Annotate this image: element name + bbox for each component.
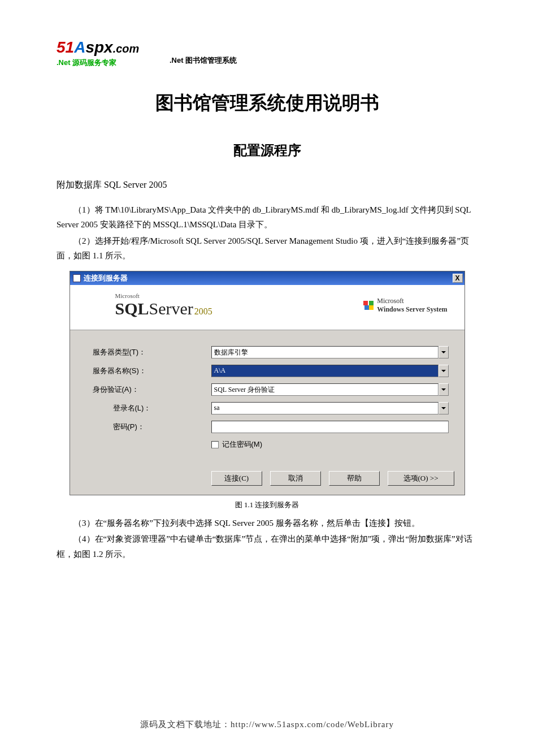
server-name-combo[interactable]: A\A bbox=[211, 365, 439, 377]
windows-server-system-logo: MicrosoftWindows Server System bbox=[363, 297, 447, 314]
server-name-label: 服务器名称(S)： bbox=[93, 366, 211, 376]
dialog-button-row: 连接(C) 取消 帮助 选项(O) >> bbox=[70, 471, 464, 495]
logo-text: 51Aspx.com bbox=[57, 40, 164, 55]
login-label: 登录名(L)： bbox=[93, 403, 211, 413]
server-name-dropdown-button[interactable] bbox=[439, 365, 449, 377]
auth-dropdown-button[interactable] bbox=[439, 383, 449, 396]
connect-dialog: 连接到服务器 X Microsoft SQLServer2005 Microso… bbox=[70, 271, 465, 495]
dialog-titlebar: 连接到服务器 X bbox=[70, 271, 464, 285]
doc-series-label: .Net 图书馆管理系统 bbox=[170, 55, 237, 68]
remember-password-label: 记住密码(M) bbox=[222, 439, 263, 450]
figure-caption: 图 1.1 连接到服务器 bbox=[57, 500, 477, 510]
auth-label: 身份验证(A)： bbox=[93, 385, 211, 395]
step-2-text: （2）选择开始/程序/Microsoft SQL Server 2005/SQL… bbox=[57, 234, 477, 263]
remember-password-checkbox[interactable] bbox=[211, 441, 219, 448]
help-button[interactable]: 帮助 bbox=[329, 471, 380, 486]
year-label: 2005 bbox=[194, 306, 212, 316]
cancel-button[interactable]: 取消 bbox=[270, 471, 321, 486]
server-word: Server bbox=[149, 299, 193, 318]
step-1-text: （1）将 TM\10\LibraryMS\App_Data 文件夹中的 db_L… bbox=[57, 202, 477, 232]
section-title: 配置源程序 bbox=[57, 141, 477, 159]
login-combo[interactable]: sa bbox=[211, 402, 439, 414]
site-logo: 51Aspx.com .Net 源码服务专家 bbox=[57, 40, 164, 68]
step-3-text: （3）在“服务器名称”下拉列表中选择 SQL Server 2005 服务器名称… bbox=[57, 516, 477, 530]
server-type-label: 服务器类型(T)： bbox=[93, 347, 211, 357]
connect-button[interactable]: 连接(C) bbox=[211, 471, 262, 486]
dialog-title: 连接到服务器 bbox=[84, 273, 128, 283]
auth-combo[interactable]: SQL Server 身份验证 bbox=[211, 383, 439, 396]
dialog-banner: Microsoft SQLServer2005 MicrosoftWindows… bbox=[70, 285, 464, 330]
windows-flag-icon bbox=[363, 301, 374, 310]
logo-subtitle: .Net 源码服务专家 bbox=[57, 58, 164, 68]
subsection-heading: 附加数据库 SQL Server 2005 bbox=[57, 179, 477, 191]
login-dropdown-button[interactable] bbox=[439, 402, 449, 414]
server-type-combo[interactable]: 数据库引擎 bbox=[211, 346, 439, 358]
sql-word: SQL bbox=[115, 299, 149, 318]
microsoft-label: Microsoft bbox=[115, 292, 212, 299]
password-label: 密码(P)： bbox=[93, 422, 211, 432]
password-input[interactable] bbox=[211, 421, 449, 433]
sql-server-logo: Microsoft SQLServer2005 bbox=[115, 292, 212, 318]
options-button[interactable]: 选项(O) >> bbox=[388, 471, 454, 486]
server-type-dropdown-button[interactable] bbox=[439, 346, 449, 358]
dialog-form: 服务器类型(T)： 数据库引擎 服务器名称(S)： A\A 身份验证(A)： bbox=[70, 330, 464, 471]
document-title: 图书馆管理系统使用说明书 bbox=[57, 90, 477, 116]
connect-dialog-figure: 连接到服务器 X Microsoft SQLServer2005 Microso… bbox=[70, 271, 465, 495]
step-4-text: （4）在“对象资源管理器”中右键单击“数据库”节点，在弹出的菜单中选择“附加”项… bbox=[57, 532, 477, 561]
app-icon bbox=[73, 274, 81, 282]
close-button[interactable]: X bbox=[453, 274, 463, 283]
page-header: 51Aspx.com .Net 源码服务专家 .Net 图书馆管理系统 bbox=[57, 40, 477, 68]
page-footer: 源码及文档下载地址：http://www.51aspx.com/code/Web… bbox=[0, 719, 534, 730]
